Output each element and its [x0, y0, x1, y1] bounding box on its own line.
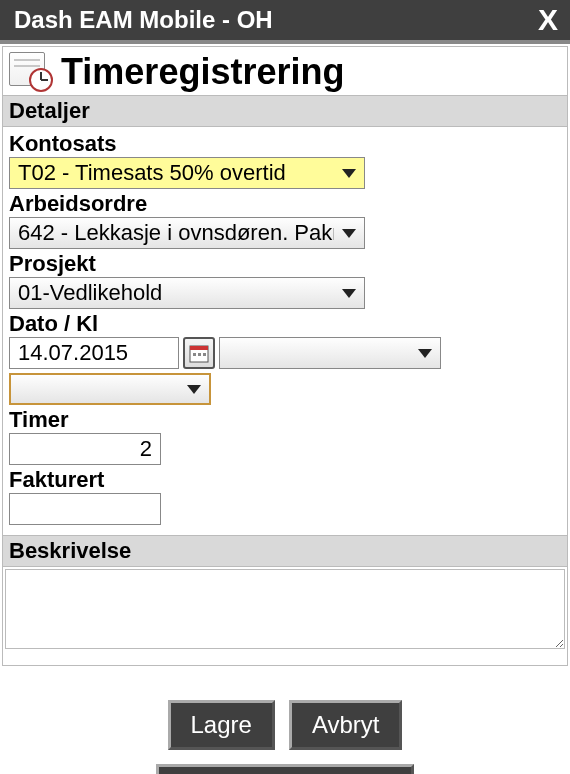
input-fakturert[interactable]: [9, 493, 161, 525]
select-time-from[interactable]: [219, 337, 441, 369]
section-detaljer: Detaljer: [3, 95, 567, 127]
close-icon[interactable]: X: [538, 5, 558, 35]
avbryt-button[interactable]: Avbryt: [289, 700, 403, 750]
page-title: Timeregistrering: [61, 51, 344, 93]
label-fakturert: Fakturert: [9, 467, 561, 493]
chevron-down-icon: [342, 169, 356, 178]
section-beskrivelse: Beskrivelse: [3, 535, 567, 567]
label-arbeidsordre: Arbeidsordre: [9, 191, 561, 217]
calendar-icon: [189, 343, 209, 363]
lagre-button[interactable]: Lagre: [168, 700, 275, 750]
label-timer: Timer: [9, 407, 561, 433]
input-timer-value: 2: [140, 436, 152, 462]
select-kontosats-value: T02 - Timesats 50% overtid: [18, 160, 334, 186]
label-kontosats: Kontosats: [9, 131, 561, 157]
chevron-down-icon: [342, 289, 356, 298]
select-kontosats[interactable]: T02 - Timesats 50% overtid: [9, 157, 365, 189]
form-panel: Timeregistrering Detaljer Kontosats T02 …: [2, 46, 568, 666]
svg-rect-4: [203, 353, 206, 356]
titlebar: Dash EAM Mobile - OH X: [0, 0, 570, 44]
button-row: Lagre Avbryt Registrer flere timer: [0, 700, 570, 774]
input-timer[interactable]: 2: [9, 433, 161, 465]
chevron-down-icon: [342, 229, 356, 238]
input-dato[interactable]: 14.07.2015: [9, 337, 179, 369]
svg-rect-1: [190, 346, 208, 350]
select-arbeidsordre-value: 642 - Lekkasje i ovnsdøren. Pakning: [18, 220, 334, 246]
app-title: Dash EAM Mobile - OH: [14, 6, 273, 34]
textarea-beskrivelse[interactable]: [5, 569, 565, 649]
chevron-down-icon: [187, 385, 201, 394]
label-dato: Dato / Kl: [9, 311, 561, 337]
select-arbeidsordre[interactable]: 642 - Lekkasje i ovnsdøren. Pakning: [9, 217, 365, 249]
label-prosjekt: Prosjekt: [9, 251, 561, 277]
time-registration-icon: [9, 52, 53, 92]
select-prosjekt[interactable]: 01-Vedlikehold: [9, 277, 365, 309]
select-time-to[interactable]: [9, 373, 211, 405]
page-header: Timeregistrering: [3, 47, 567, 95]
calendar-button[interactable]: [183, 337, 215, 369]
svg-rect-2: [193, 353, 196, 356]
registrer-flere-button[interactable]: Registrer flere timer: [156, 764, 414, 774]
chevron-down-icon: [418, 349, 432, 358]
svg-rect-3: [198, 353, 201, 356]
select-prosjekt-value: 01-Vedlikehold: [18, 280, 334, 306]
input-dato-value: 14.07.2015: [18, 340, 128, 366]
